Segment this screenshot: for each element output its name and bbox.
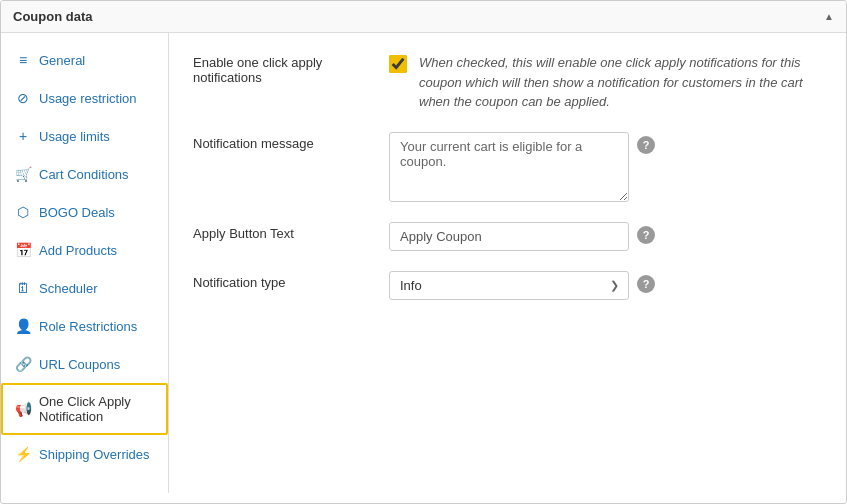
notification-type-row: Notification type Info Success Warning E… [193, 271, 822, 300]
sidebar-label-general: General [39, 53, 85, 68]
sidebar-label-one-click-apply: One Click Apply Notification [39, 394, 154, 424]
one-click-apply-icon: 📢 [15, 401, 31, 417]
add-products-icon: 📅 [15, 242, 31, 258]
sidebar-label-role-restrictions: Role Restrictions [39, 319, 137, 334]
cart-conditions-icon: 🛒 [15, 166, 31, 182]
apply-button-text-field: ? [389, 222, 822, 251]
general-icon: ≡ [15, 52, 31, 68]
enable-content: When checked, this will enable one click… [389, 53, 822, 112]
main-content: Enable one click apply notifications Whe… [169, 33, 846, 493]
sidebar-item-usage-limits[interactable]: + Usage limits [1, 117, 168, 155]
sidebar: ≡ General ⊘ Usage restriction + Usage li… [1, 33, 169, 493]
notification-message-field: ? [389, 132, 822, 202]
notification-type-select-wrapper: Info Success Warning Error ❯ [389, 271, 629, 300]
panel-title: Coupon data [13, 9, 92, 24]
notification-message-row: Notification message ? [193, 132, 822, 202]
bogo-deals-icon: ⬡ [15, 204, 31, 220]
sidebar-label-add-products: Add Products [39, 243, 117, 258]
sidebar-item-usage-restriction[interactable]: ⊘ Usage restriction [1, 79, 168, 117]
notification-type-help-icon[interactable]: ? [637, 275, 655, 293]
sidebar-item-role-restrictions[interactable]: 👤 Role Restrictions [1, 307, 168, 345]
notification-type-select[interactable]: Info Success Warning Error [389, 271, 629, 300]
panel-body: ≡ General ⊘ Usage restriction + Usage li… [1, 33, 846, 493]
shipping-overrides-icon: ⚡ [15, 446, 31, 462]
sidebar-item-url-coupons[interactable]: 🔗 URL Coupons [1, 345, 168, 383]
apply-button-text-label: Apply Button Text [193, 222, 373, 241]
notification-message-input[interactable] [389, 132, 629, 202]
apply-button-text-row: Apply Button Text ? [193, 222, 822, 251]
panel-header: Coupon data ▲ [1, 1, 846, 33]
sidebar-item-general[interactable]: ≡ General [1, 41, 168, 79]
sidebar-label-cart-conditions: Cart Conditions [39, 167, 129, 182]
sidebar-label-url-coupons: URL Coupons [39, 357, 120, 372]
enable-label: Enable one click apply notifications [193, 53, 373, 85]
sidebar-item-bogo-deals[interactable]: ⬡ BOGO Deals [1, 193, 168, 231]
enable-checkbox[interactable] [389, 55, 407, 73]
scheduler-icon: 🗓 [15, 280, 31, 296]
notification-type-field: Info Success Warning Error ❯ ? [389, 271, 822, 300]
coupon-data-panel: Coupon data ▲ ≡ General ⊘ Usage restrict… [0, 0, 847, 504]
enable-description: When checked, this will enable one click… [419, 53, 822, 112]
sidebar-item-scheduler[interactable]: 🗓 Scheduler [1, 269, 168, 307]
sidebar-item-cart-conditions[interactable]: 🛒 Cart Conditions [1, 155, 168, 193]
sidebar-label-usage-restriction: Usage restriction [39, 91, 137, 106]
sidebar-label-shipping-overrides: Shipping Overrides [39, 447, 150, 462]
role-restrictions-icon: 👤 [15, 318, 31, 334]
url-coupons-icon: 🔗 [15, 356, 31, 372]
usage-restriction-icon: ⊘ [15, 90, 31, 106]
notification-type-label: Notification type [193, 271, 373, 290]
sidebar-label-bogo-deals: BOGO Deals [39, 205, 115, 220]
apply-button-text-help-icon[interactable]: ? [637, 226, 655, 244]
enable-checkbox-wrapper [389, 55, 409, 75]
usage-limits-icon: + [15, 128, 31, 144]
sidebar-item-add-products[interactable]: 📅 Add Products [1, 231, 168, 269]
sidebar-item-one-click-apply[interactable]: 📢 One Click Apply Notification [1, 383, 168, 435]
apply-button-text-input[interactable] [389, 222, 629, 251]
collapse-icon[interactable]: ▲ [824, 11, 834, 22]
sidebar-label-usage-limits: Usage limits [39, 129, 110, 144]
enable-row: Enable one click apply notifications Whe… [193, 53, 822, 112]
notification-message-label: Notification message [193, 132, 373, 151]
sidebar-item-shipping-overrides[interactable]: ⚡ Shipping Overrides [1, 435, 168, 473]
notification-message-help-icon[interactable]: ? [637, 136, 655, 154]
sidebar-label-scheduler: Scheduler [39, 281, 98, 296]
